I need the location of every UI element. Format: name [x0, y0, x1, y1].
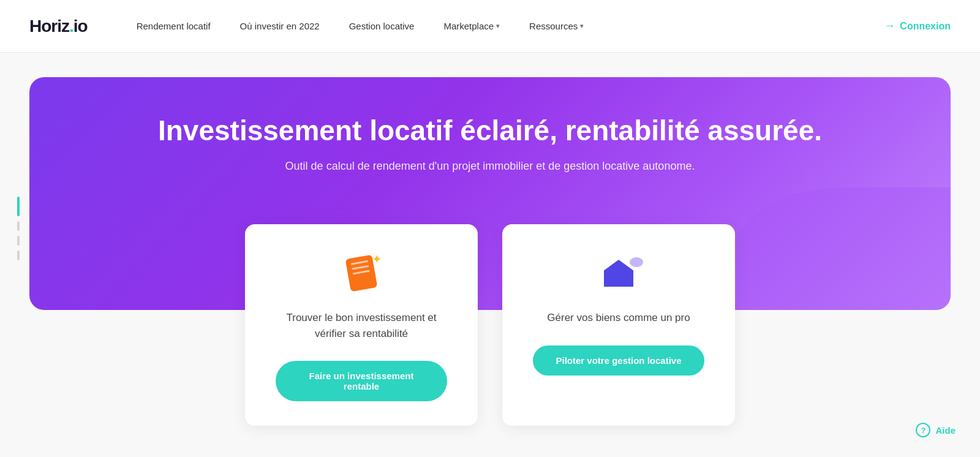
hero-subtitle: Outil de calcul de rendement d'un projet… [54, 160, 926, 173]
card-investment: ✦ Trouver le bon investissement et vérif… [245, 224, 478, 426]
connexion-button[interactable]: → Connexion [884, 20, 951, 32]
navbar: Horiz.io Rendement locatif Où investir e… [0, 0, 980, 53]
hero-title: Investissement locatif éclairé, rentabil… [54, 114, 926, 148]
house-icon [604, 260, 633, 287]
hero-section: Investissement locatif éclairé, rentabil… [0, 53, 980, 438]
card-investment-icon: ✦ [342, 254, 381, 293]
management-button[interactable]: Piloter votre gestion locative [533, 346, 704, 376]
star-icon: ✦ [372, 252, 382, 266]
document-icon: ✦ [348, 257, 375, 290]
trust-section: ILS NOUS FONT CONFIANCE [0, 438, 980, 457]
chevron-down-icon: ▾ [580, 22, 584, 30]
chevron-down-icon: ▾ [496, 22, 500, 30]
logo-text-end: io [74, 17, 88, 36]
arrow-right-icon: → [884, 20, 895, 32]
nav-ou-investir-label: Où investir en 2022 [240, 21, 320, 31]
logo-text-start: Horiz [29, 17, 69, 36]
nav-rendement-locatif-label: Rendement locatif [137, 21, 211, 31]
nav-gestion-locative-label: Gestion locative [349, 21, 415, 31]
connexion-label: Connexion [900, 21, 951, 32]
nav-rendement-locatif[interactable]: Rendement locatif [137, 21, 211, 31]
logo[interactable]: Horiz.io [29, 17, 88, 36]
card-management-icon [599, 254, 638, 293]
nav-marketplace[interactable]: Marketplace ▾ [443, 21, 500, 31]
cards-container: ✦ Trouver le bon investissement et vérif… [29, 224, 951, 438]
card-management: Gérer vos biens comme un pro Piloter vot… [502, 224, 735, 426]
nav-ou-investir[interactable]: Où investir en 2022 [240, 21, 320, 31]
investment-button[interactable]: Faire un investissement rentable [276, 361, 447, 401]
card-investment-text: Trouver le bon investissement et vérifie… [270, 310, 453, 341]
nav-marketplace-label: Marketplace [443, 21, 494, 31]
nav-gestion-locative[interactable]: Gestion locative [349, 21, 415, 31]
card-management-text: Gérer vos biens comme un pro [547, 310, 690, 326]
nav-ressources[interactable]: Ressources ▾ [529, 21, 584, 31]
nav-ressources-label: Ressources [529, 21, 578, 31]
nav-links: Rendement locatif Où investir en 2022 Ge… [137, 21, 884, 31]
logo-dot: . [69, 17, 74, 36]
